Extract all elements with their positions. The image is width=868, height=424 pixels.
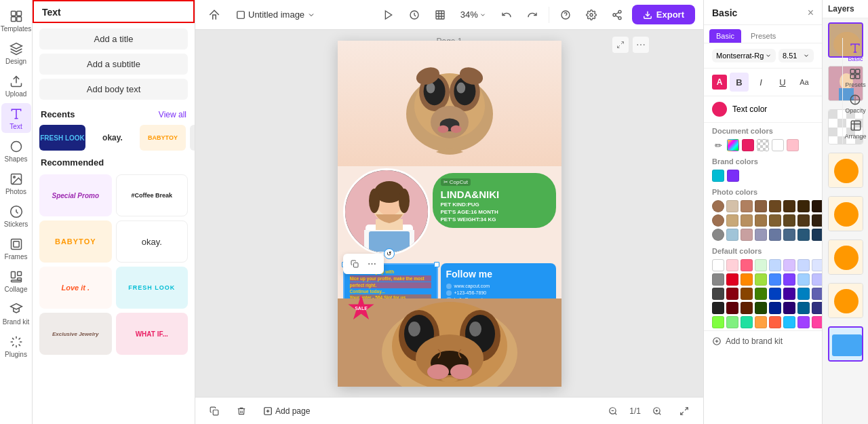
layer-thumb-selected[interactable] bbox=[828, 326, 863, 362]
text-color-indicator[interactable]: A bbox=[712, 75, 727, 90]
recent-item-3[interactable]: BABYTOY bbox=[140, 125, 186, 151]
rec-exclusive-jewelry[interactable]: Exclusive Jewelry bbox=[39, 313, 112, 355]
def-7[interactable] bbox=[812, 259, 822, 271]
def-blue[interactable] bbox=[769, 273, 781, 286]
def-periwinkle[interactable] bbox=[812, 273, 822, 286]
recent-item-2[interactable]: okay. bbox=[90, 125, 136, 151]
pc-7[interactable] bbox=[797, 200, 810, 212]
rec-special-promo[interactable]: Special Promo bbox=[39, 174, 112, 216]
pc-6[interactable] bbox=[783, 200, 795, 212]
rotate-handle[interactable]: ↺ bbox=[384, 248, 395, 259]
gradient-swatch[interactable] bbox=[727, 139, 739, 151]
pc-9[interactable] bbox=[712, 214, 724, 227]
recent-item-1[interactable]: FRESH LOOK bbox=[39, 125, 85, 151]
rec-what-if[interactable]: WHAT IF... bbox=[116, 313, 189, 355]
def-maroon[interactable] bbox=[726, 302, 738, 314]
zoom-out-button[interactable] bbox=[602, 400, 624, 422]
def-black[interactable] bbox=[712, 302, 724, 314]
def-sienna[interactable] bbox=[741, 302, 753, 314]
delete-page-button[interactable] bbox=[231, 400, 252, 422]
underline-button[interactable]: U bbox=[773, 73, 792, 92]
pc-21[interactable] bbox=[769, 229, 781, 241]
help-button[interactable] bbox=[555, 4, 576, 26]
pc-23[interactable] bbox=[797, 229, 810, 241]
def-hot-pink[interactable] bbox=[812, 316, 822, 328]
def-mint[interactable] bbox=[726, 316, 738, 328]
doc-color-lightpink[interactable] bbox=[787, 139, 799, 151]
zoom-in-button[interactable] bbox=[646, 400, 668, 422]
def-5[interactable] bbox=[783, 259, 795, 271]
redo-button[interactable] bbox=[521, 4, 543, 26]
sidebar-item-upload[interactable]: Upload bbox=[1, 71, 31, 100]
layer-thumb-7[interactable] bbox=[828, 283, 863, 318]
pc-4[interactable] bbox=[755, 200, 767, 212]
canvas-expand-icon[interactable] bbox=[612, 37, 629, 53]
font-size-control[interactable]: 8.51 bbox=[778, 49, 814, 62]
pc-16[interactable] bbox=[812, 214, 822, 227]
share-button[interactable] bbox=[606, 4, 628, 26]
color-panel-close[interactable]: × bbox=[808, 7, 814, 19]
element-more-button[interactable]: ⋯ bbox=[364, 256, 380, 272]
layer-thumb-4[interactable] bbox=[828, 153, 863, 188]
def-sky[interactable] bbox=[783, 316, 795, 328]
def-darkred[interactable] bbox=[726, 288, 738, 300]
settings-button[interactable] bbox=[580, 4, 602, 26]
def-2[interactable] bbox=[741, 259, 753, 271]
pc-1[interactable] bbox=[712, 200, 724, 212]
def-red[interactable] bbox=[726, 273, 738, 286]
fullscreen-button[interactable] bbox=[673, 400, 695, 422]
pc-18[interactable] bbox=[726, 229, 738, 241]
def-1[interactable] bbox=[726, 259, 738, 271]
add-body-button[interactable]: Add body text bbox=[39, 79, 188, 100]
color-picker-icon[interactable]: ✏ bbox=[712, 139, 724, 151]
pc-14[interactable] bbox=[783, 214, 795, 227]
element-copy-button[interactable] bbox=[347, 256, 363, 272]
tab-basic[interactable]: Basic bbox=[709, 29, 741, 43]
def-orange[interactable] bbox=[741, 273, 753, 286]
def-green[interactable] bbox=[755, 273, 767, 286]
rec-babytoy[interactable]: BABYTOY bbox=[39, 220, 112, 263]
doc-color-white[interactable] bbox=[772, 139, 784, 151]
def-lightblue[interactable] bbox=[797, 273, 810, 286]
play-button[interactable] bbox=[378, 4, 399, 26]
pc-20[interactable] bbox=[755, 229, 767, 241]
add-title-button[interactable]: Add a title bbox=[39, 28, 188, 50]
undo-button[interactable] bbox=[496, 4, 517, 26]
def-teal[interactable] bbox=[797, 288, 810, 300]
canvas-more-icon[interactable]: ⋯ bbox=[633, 37, 649, 53]
font-selector[interactable]: Montserrat-Rg bbox=[712, 49, 776, 62]
add-subtitle-button[interactable]: Add a subtitle bbox=[39, 54, 188, 75]
def-darkgreen[interactable] bbox=[755, 288, 767, 300]
italic-button[interactable]: I bbox=[751, 73, 770, 92]
text-color-swatch[interactable] bbox=[712, 102, 727, 117]
rec-love-it[interactable]: Love it . bbox=[39, 267, 112, 309]
layer-thumb-6[interactable] bbox=[828, 239, 863, 275]
sidebar-item-templates[interactable]: Templates bbox=[1, 5, 31, 35]
def-6[interactable] bbox=[797, 259, 810, 271]
def-white[interactable] bbox=[712, 259, 724, 271]
def-4[interactable] bbox=[769, 259, 781, 271]
pc-8[interactable] bbox=[812, 200, 822, 212]
pc-12[interactable] bbox=[755, 214, 767, 227]
pc-10[interactable] bbox=[726, 214, 738, 227]
view-all-link[interactable]: View all bbox=[159, 110, 186, 119]
bold-button[interactable]: B bbox=[730, 73, 749, 92]
document-name-area[interactable]: Untitled image bbox=[231, 7, 321, 22]
canvas-area[interactable]: Page 1 ⋯ bbox=[195, 30, 703, 397]
def-3[interactable] bbox=[755, 259, 767, 271]
pc-11[interactable] bbox=[741, 214, 753, 227]
pc-22[interactable] bbox=[783, 229, 795, 241]
pc-24[interactable] bbox=[812, 229, 822, 241]
def-indigo[interactable] bbox=[783, 288, 795, 300]
pc-17[interactable] bbox=[712, 229, 724, 241]
sidebar-item-plugins[interactable]: Plugins bbox=[1, 331, 31, 361]
pc-3[interactable] bbox=[741, 200, 753, 212]
sidebar-item-shapes[interactable]: Shapes bbox=[1, 136, 31, 166]
sidebar-item-stickers[interactable]: Stickers bbox=[1, 201, 31, 231]
case-button[interactable]: Aa bbox=[795, 73, 814, 92]
brand-color-purple[interactable] bbox=[727, 170, 739, 182]
def-slate[interactable] bbox=[812, 288, 822, 300]
brand-color-cyan[interactable] bbox=[712, 170, 724, 182]
def-purple[interactable] bbox=[783, 273, 795, 286]
handle-tr[interactable] bbox=[434, 262, 439, 267]
